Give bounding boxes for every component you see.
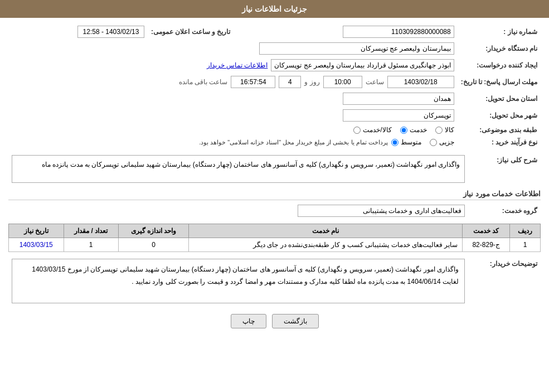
category-option-kala: کالا <box>435 126 454 134</box>
col-date: تاریخ نیاز <box>9 224 64 238</box>
purchase-row: جزیی متوسط پرداخت تمام یا بخشی از مبلغ خ… <box>12 138 454 146</box>
page-title: جزئیات اطلاعات نیاز <box>242 4 307 13</box>
services-table-body: 1 ج-829-82 سایر فعالیت‌های خدمات پشتیبان… <box>9 238 541 252</box>
creator-label: ایجاد کننده درخواست: <box>458 57 541 74</box>
general-desc-label: شرح کلی نیاز: <box>468 153 541 185</box>
remaining-value: 16:57:54 <box>231 76 275 88</box>
service-group-table: گروه خدمت: فعالیت‌های اداری و خدمات پشتی… <box>8 202 541 219</box>
date-value: 1403/02/18 <box>387 76 454 88</box>
buyer-name-label: نام دستگاه خریدار: <box>458 40 541 57</box>
category-kala-label: کالا <box>445 126 454 134</box>
province-value: همدان <box>343 93 454 105</box>
category-option-khedmat: خدمت <box>400 126 427 134</box>
city-value: توپسرکان <box>343 109 454 122</box>
table-row: 1 ج-829-82 سایر فعالیت‌های خدمات پشتیبان… <box>9 238 541 252</box>
info-table: شماره نیاز : 1103092880000088 تاریخ و سا… <box>8 23 541 148</box>
service-section-title: اطلاعات خدمات مورد نیاز <box>8 190 541 200</box>
row-service-group: گروه خدمت: فعالیت‌های اداری و خدمات پشتی… <box>8 202 541 219</box>
row-category: طبقه بندی موضوعی: کالا خدمت کالا/خدمت <box>8 124 541 136</box>
row-purchase-type: نوع فرآیند خرید : جزیی متوسط <box>8 136 541 148</box>
back-button[interactable]: بازگشت <box>272 314 319 328</box>
col-unit: واحد اندازه گیری <box>118 224 188 238</box>
date-row: 1403/02/18 ساعت 10:00 روز و 4 16:57:54 س… <box>12 76 454 88</box>
row-buyer-desc: توضیحات خریدار: واگذاری امور نگهداشت (تع… <box>8 257 541 306</box>
remaining-label: ساعت باقی مانده <box>179 78 228 86</box>
need-number-label: شماره نیاز : <box>458 23 541 40</box>
category-label: طبقه بندی موضوعی: <box>458 124 541 136</box>
category-kala-khedmat-radio[interactable] <box>353 127 361 134</box>
creator-link[interactable]: اطلاعات تماس خریدار <box>207 61 268 69</box>
cell-row: 1 <box>510 238 541 252</box>
category-kala-khedmat-label: کالا/خدمت <box>363 126 391 134</box>
category-option-kala-khedmat: کالا/خدمت <box>353 126 391 134</box>
purchase-motevaset-radio[interactable] <box>391 139 399 146</box>
service-group-value: فعالیت‌های اداری و خدمات پشتیبانی <box>298 205 465 217</box>
category-radio-group: کالا خدمت کالا/خدمت <box>12 126 454 134</box>
col-row: ردیف <box>510 224 541 238</box>
col-quantity: تعداد / مقدار <box>64 224 118 238</box>
time-value: 10:00 <box>323 76 362 88</box>
header-row: ردیف کد خدمت نام خدمت واحد اندازه گیری ت… <box>9 224 541 238</box>
buyer-desc-table: توضیحات خریدار: واگذاری امور نگهداشت (تع… <box>8 257 541 306</box>
cell-unit: 0 <box>118 238 188 252</box>
buyer-desc-value: واگذاری امور نگهداشت (تعمیر، سرویس و نگه… <box>12 259 465 303</box>
row-date: مهلت ارسال پاسخ: تا تاریخ: 1403/02/18 سا… <box>8 74 541 90</box>
date-label: مهلت ارسال پاسخ: تا تاریخ: <box>458 74 541 90</box>
creator-value: ابوذر جهانگیری مسئول قرارداد بیمارستان و… <box>271 59 454 71</box>
category-khedmat-label: خدمت <box>410 126 427 134</box>
services-table: ردیف کد خدمت نام خدمت واحد اندازه گیری ت… <box>8 224 541 252</box>
row-province: استان محل تحویل: همدان <box>8 90 541 107</box>
purchase-option-jozi: جزیی <box>430 138 454 146</box>
announce-value: 1403/02/13 - 12:58 <box>77 26 144 38</box>
creator-row: ابوذر جهانگیری مسئول قرارداد بیمارستان و… <box>12 59 454 71</box>
row-buyer-name: نام دستگاه خریدار: بیمارستان ولیعصر عج ت… <box>8 40 541 57</box>
city-label: شهر محل تحویل: <box>458 107 541 124</box>
province-label: استان محل تحویل: <box>458 90 541 107</box>
day-label: روز و <box>304 78 319 86</box>
buttons-row: بازگشت چاپ <box>8 314 541 328</box>
category-kala-radio[interactable] <box>435 127 443 134</box>
general-desc-value: واگذاری امور نگهداشت (تعمیر، سرویس و نگه… <box>12 155 465 183</box>
purchase-note: پرداخت تمام یا بخشی از مبلغ خریدار محل "… <box>199 139 388 146</box>
cell-code: ج-829-82 <box>463 238 510 252</box>
day-value: 4 <box>279 76 301 88</box>
services-table-header: ردیف کد خدمت نام خدمت واحد اندازه گیری ت… <box>9 224 541 238</box>
purchase-jozi-radio[interactable] <box>430 139 437 146</box>
main-content: شماره نیاز : 1103092880000088 تاریخ و سا… <box>0 18 549 340</box>
purchase-jozi-label: جزیی <box>439 138 454 146</box>
buyer-name-value: بیمارستان ولیعصر عج توپسرکان <box>259 42 454 55</box>
purchase-option-motevaset: متوسط <box>391 138 421 146</box>
row-city: شهر محل تحویل: توپسرکان <box>8 107 541 124</box>
page-container: جزئیات اطلاعات نیاز شماره نیاز : 1103092… <box>0 0 549 392</box>
need-number-value: 1103092880000088 <box>343 26 454 38</box>
general-desc-table: شرح کلی نیاز: واگذاری امور نگهداشت (تعمی… <box>8 153 541 185</box>
service-group-label: گروه خدمت: <box>468 202 541 219</box>
time-label: ساعت <box>366 78 384 86</box>
row-need-number: شماره نیاز : 1103092880000088 تاریخ و سا… <box>8 23 541 40</box>
row-creator: ایجاد کننده درخواست: ابوذر جهانگیری مسئو… <box>8 57 541 74</box>
buyer-desc-label: توضیحات خریدار: <box>468 257 541 306</box>
page-header: جزئیات اطلاعات نیاز <box>0 0 549 18</box>
col-name: نام خدمت <box>189 224 463 238</box>
col-code: کد خدمت <box>463 224 510 238</box>
purchase-type-label: نوع فرآیند خرید : <box>458 136 541 148</box>
row-general-desc: شرح کلی نیاز: واگذاری امور نگهداشت (تعمی… <box>8 153 541 185</box>
cell-name: سایر فعالیت‌های خدمات پشتیبانی کسب و کار… <box>189 238 463 252</box>
purchase-motevaset-label: متوسط <box>401 138 421 146</box>
category-khedmat-radio[interactable] <box>400 127 407 134</box>
cell-quantity: 1 <box>64 238 118 252</box>
print-button[interactable]: چاپ <box>231 314 266 328</box>
purchase-radio-group: جزیی متوسط <box>391 138 454 146</box>
cell-date: 1403/03/15 <box>9 238 64 252</box>
announce-label: تاریخ و ساعت اعلان عمومی: <box>148 23 234 40</box>
